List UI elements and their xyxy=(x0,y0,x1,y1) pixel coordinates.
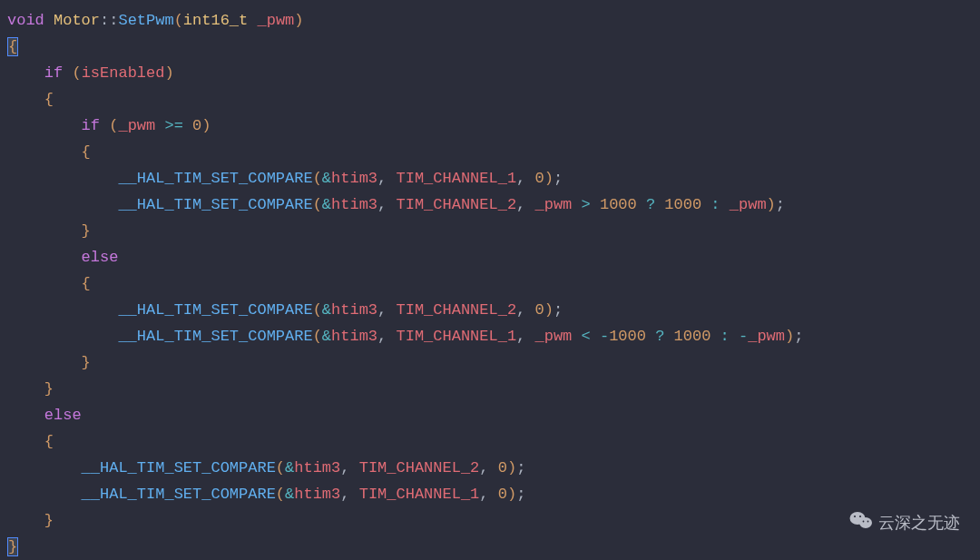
code-line: } xyxy=(7,349,980,376)
code-line: } xyxy=(7,507,980,534)
code-line: if (_pwm >= 0) xyxy=(7,113,980,139)
code-line: } xyxy=(7,534,980,560)
code-editor[interactable]: void Motor::SetPwm(int16_t _pwm){ if (is… xyxy=(7,7,980,560)
code-line: { xyxy=(7,86,980,113)
svg-point-2 xyxy=(854,516,856,517)
code-line: __HAL_TIM_SET_COMPARE(&htim3, TIM_CHANNE… xyxy=(7,192,980,218)
code-line: { xyxy=(7,139,980,165)
svg-point-5 xyxy=(867,521,869,523)
svg-point-3 xyxy=(859,516,861,517)
code-line: __HAL_TIM_SET_COMPARE(&htim3, TIM_CHANNE… xyxy=(7,323,980,349)
svg-point-1 xyxy=(859,517,872,528)
watermark: 云深之无迹 xyxy=(849,510,960,536)
code-line: else xyxy=(7,402,980,428)
matching-brace-highlight: } xyxy=(7,537,18,556)
code-line: else xyxy=(7,244,980,270)
code-line: } xyxy=(7,218,980,244)
code-line: __HAL_TIM_SET_COMPARE(&htim3, TIM_CHANNE… xyxy=(7,297,980,323)
code-line: __HAL_TIM_SET_COMPARE(&htim3, TIM_CHANNE… xyxy=(7,455,980,481)
code-line: { xyxy=(7,34,980,60)
code-line: void Motor::SetPwm(int16_t _pwm) xyxy=(7,7,980,34)
code-line: __HAL_TIM_SET_COMPARE(&htim3, TIM_CHANNE… xyxy=(7,165,980,192)
wechat-icon xyxy=(849,510,873,536)
matching-brace-highlight: { xyxy=(7,37,18,56)
code-line: { xyxy=(7,270,980,297)
code-line: if (isEnabled) xyxy=(7,60,980,86)
code-line: } xyxy=(7,376,980,402)
watermark-text: 云深之无迹 xyxy=(878,510,960,536)
code-line: { xyxy=(7,428,980,455)
code-line: __HAL_TIM_SET_COMPARE(&htim3, TIM_CHANNE… xyxy=(7,481,980,507)
svg-point-4 xyxy=(863,521,865,523)
